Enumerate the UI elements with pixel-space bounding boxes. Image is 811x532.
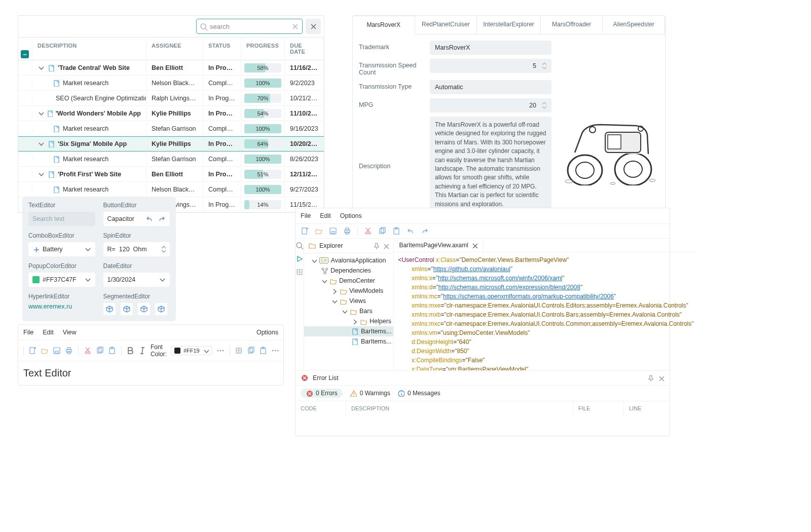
chevron-down-icon[interactable] [321,278,327,284]
row-expander[interactable] [18,65,32,71]
row-expander[interactable] [18,110,32,117]
close-icon[interactable] [383,243,389,249]
popupcolor-input[interactable]: #FF37C47F [28,273,95,287]
more-button[interactable] [216,346,225,356]
segment-4[interactable] [155,303,167,315]
hyperlink-value[interactable]: www.eremex.ru [28,303,95,310]
grid-icon[interactable] [296,268,304,276]
table-row[interactable]: 'Six Sigma' Mobile AppKylie PhillipsIn P… [18,136,324,151]
search-icon[interactable] [296,242,304,250]
col-desc[interactable]: DESCRIPTION [346,401,573,415]
chevron-down-icon[interactable] [84,246,91,253]
table-row[interactable]: Market researchNelson BlackburnCompleted… [18,75,324,91]
col-description[interactable]: DESCRIPTION [32,37,146,60]
row-expander[interactable] [18,171,32,177]
chevron-down-icon[interactable] [84,276,91,283]
col-file[interactable]: FILE [573,401,624,415]
col-progress[interactable]: PROGRESS [241,37,285,60]
table-row[interactable]: SEO (Search Engine Optimization)Ralph Li… [18,91,324,106]
chevron-down-icon[interactable] [38,140,45,147]
buttoneditor-input[interactable]: Capacitor [103,212,170,226]
tree-item[interactable]: BarItems... [304,336,393,347]
warnings-filter[interactable]: 0 Warnings [350,390,390,397]
table-row[interactable]: Market researchStefan GarrisonCompleted1… [18,121,324,136]
ide-menu-options[interactable]: Options [340,212,362,219]
print-button[interactable] [65,346,73,356]
font-color-picker[interactable]: #FF19 [171,346,212,355]
tree-item[interactable]: Dependencies [304,265,393,276]
close-icon[interactable] [471,242,477,248]
messages-filter[interactable]: 0 Messages [397,390,440,397]
close-search-button[interactable] [306,19,321,34]
tree-item[interactable]: C#AvaloniaApplication [304,255,393,265]
grid-search-input-wrap[interactable] [196,19,303,34]
ide-paste-button[interactable] [391,226,401,236]
grid-button[interactable] [235,346,243,356]
grid-search-input[interactable] [210,23,288,30]
table-row[interactable]: 'Trade Central' Web SiteBen ElliottIn Pr… [18,60,324,75]
ide-menu-edit[interactable]: Edit [320,212,331,219]
copy2-button[interactable] [247,346,255,356]
texteditor-input[interactable]: Search text [28,212,95,226]
spinner-icon[interactable] [540,101,546,109]
open-button[interactable] [41,346,49,356]
ide-cut-button[interactable] [363,226,373,236]
row-expander[interactable] [18,141,32,147]
chevron-down-icon[interactable] [38,110,44,117]
collapse-all-badge[interactable]: − [21,50,29,58]
play-icon[interactable] [296,255,304,263]
tree-item[interactable]: Helpers [304,316,393,326]
clear-icon[interactable] [291,23,299,30]
ide-copy-button[interactable] [377,226,387,236]
paste-button[interactable] [108,346,116,356]
table-row[interactable]: Market researchStefan GarrisonCompleted1… [18,151,324,167]
tree-item[interactable]: DemoCenter [304,276,393,286]
col-assignee[interactable]: ASSIGNEE [146,37,203,60]
chevron-down-icon[interactable] [38,171,45,178]
menu-edit[interactable]: Edit [43,329,54,336]
vehicle-tab[interactable]: AlienSpeedster [603,16,665,34]
ide-print-button[interactable] [342,226,352,236]
ide-redo-button[interactable] [420,226,430,236]
col-duedate[interactable]: DUE DATE [285,37,324,60]
ide-menu-file[interactable]: File [301,212,311,219]
vehicle-tab[interactable]: MarsRoverX [353,16,415,34]
menu-options[interactable]: Options [256,329,278,336]
bold-button[interactable] [126,346,134,356]
segment-1[interactable] [103,303,116,315]
col-line[interactable]: LINE [624,401,670,415]
combobox-input[interactable]: Battery [28,242,95,256]
text-editor-body[interactable]: Text Editor [18,361,283,385]
segmented-editor[interactable] [103,303,170,315]
pin-icon[interactable] [647,374,654,382]
chevron-down-icon[interactable] [159,276,166,283]
col-status[interactable]: STATUS [203,37,241,60]
dateeditor-input[interactable]: 1/30/2024 [103,273,170,287]
spinner-icon[interactable] [160,245,166,253]
menu-view[interactable]: View [63,329,77,336]
segment-2[interactable] [121,303,133,315]
cut-button[interactable] [84,346,92,356]
table-row[interactable]: Market researchNelson BlackburnCompleted… [18,182,324,197]
pin-icon[interactable] [373,242,380,249]
editor-tab[interactable]: BarItemsPageView.axaml [394,239,483,252]
chevron-down-icon[interactable] [331,298,337,304]
save-button[interactable] [53,346,61,356]
input-trademark[interactable]: MarsRoverX [430,41,551,55]
redo-icon[interactable] [158,215,166,223]
close-icon[interactable] [658,375,665,382]
copy-button[interactable] [96,346,104,356]
tree-item[interactable]: Views [304,296,393,306]
ide-open-button[interactable] [314,226,324,236]
new-button[interactable] [28,346,36,356]
tree-item[interactable]: ViewModels [304,286,393,296]
paste2-button[interactable] [259,346,267,356]
ide-new-button[interactable] [300,226,310,236]
code-area[interactable]: <UserControl x:Class="DemoCenter.Views.B… [394,252,697,370]
vehicle-tab[interactable]: RedPlanetCruiser [415,16,477,34]
chevron-right-icon[interactable] [351,318,357,324]
chevron-down-icon[interactable] [311,257,317,263]
italic-button[interactable] [138,346,146,356]
col-code[interactable]: CODE [296,401,346,415]
spinner-icon[interactable] [540,62,546,70]
